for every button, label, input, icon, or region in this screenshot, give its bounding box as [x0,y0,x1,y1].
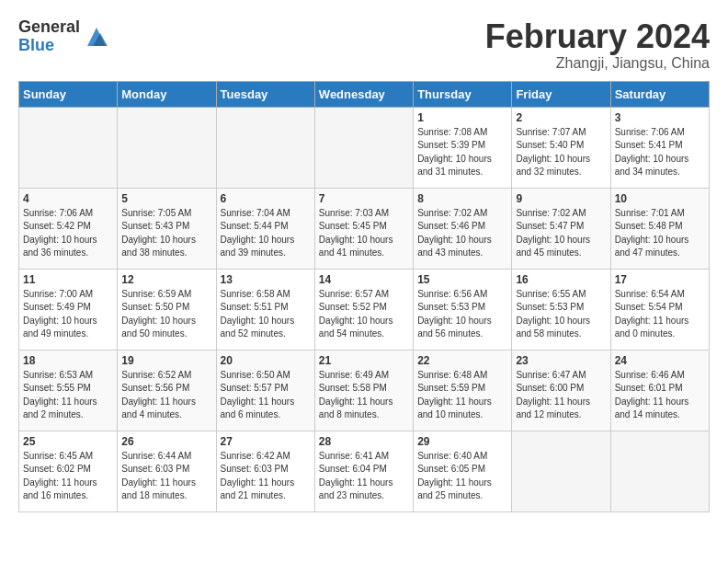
day-number: 27 [221,435,311,448]
calendar-week-row: 11Sunrise: 7:00 AMSunset: 5:49 PMDayligh… [19,269,710,350]
day-number: 23 [516,354,606,367]
cell-content: Sunrise: 7:08 AMSunset: 5:39 PMDaylight:… [417,126,507,179]
weekday-header: Tuesday [216,81,314,107]
day-number: 20 [221,354,311,367]
calendar-cell: 20Sunrise: 6:50 AMSunset: 5:57 PMDayligh… [216,350,314,431]
calendar-cell: 18Sunrise: 6:53 AMSunset: 5:55 PMDayligh… [19,350,118,431]
calendar-week-row: 4Sunrise: 7:06 AMSunset: 5:42 PMDaylight… [19,188,710,269]
calendar-cell: 26Sunrise: 6:44 AMSunset: 6:03 PMDayligh… [118,431,216,511]
calendar-week-row: 18Sunrise: 6:53 AMSunset: 5:55 PMDayligh… [19,350,710,431]
cell-content: Sunrise: 6:54 AMSunset: 5:54 PMDaylight:… [615,288,705,341]
weekday-header: Friday [512,81,610,107]
logo-general-text: General [18,18,80,37]
calendar-cell: 8Sunrise: 7:02 AMSunset: 5:46 PMDaylight… [414,188,512,269]
cell-content: Sunrise: 7:02 AMSunset: 5:46 PMDaylight:… [417,207,507,260]
weekday-header: Saturday [610,81,709,107]
calendar-cell: 17Sunrise: 6:54 AMSunset: 5:54 PMDayligh… [610,269,709,350]
day-number: 1 [417,111,507,124]
day-number: 14 [319,273,409,286]
calendar-cell: 23Sunrise: 6:47 AMSunset: 6:00 PMDayligh… [512,350,610,431]
day-number: 7 [319,192,409,205]
logo-blue-text: Blue [18,37,80,55]
cell-content: Sunrise: 6:52 AMSunset: 5:56 PMDaylight:… [121,369,211,422]
calendar-cell [19,107,118,188]
calendar-cell: 29Sunrise: 6:40 AMSunset: 6:05 PMDayligh… [414,431,512,511]
calendar-cell: 7Sunrise: 7:03 AMSunset: 5:45 PMDaylight… [314,188,413,269]
cell-content: Sunrise: 6:45 AMSunset: 6:02 PMDaylight:… [23,450,113,503]
cell-content: Sunrise: 6:48 AMSunset: 5:59 PMDaylight:… [417,369,507,422]
cell-content: Sunrise: 6:58 AMSunset: 5:51 PMDaylight:… [221,288,311,341]
cell-content: Sunrise: 6:41 AMSunset: 6:04 PMDaylight:… [319,450,409,503]
day-number: 8 [417,192,507,205]
day-number: 9 [516,192,606,205]
weekday-header: Monday [118,81,216,107]
cell-content: Sunrise: 6:57 AMSunset: 5:52 PMDaylight:… [319,288,409,341]
weekday-header: Sunday [19,81,118,107]
calendar-cell: 4Sunrise: 7:06 AMSunset: 5:42 PMDaylight… [19,188,118,269]
day-number: 19 [121,354,211,367]
weekday-header: Thursday [414,81,512,107]
calendar-cell: 28Sunrise: 6:41 AMSunset: 6:04 PMDayligh… [314,431,413,511]
calendar-cell: 12Sunrise: 6:59 AMSunset: 5:50 PMDayligh… [118,269,216,350]
day-number: 11 [23,273,113,286]
cell-content: Sunrise: 7:03 AMSunset: 5:45 PMDaylight:… [319,207,409,260]
calendar-week-row: 25Sunrise: 6:45 AMSunset: 6:02 PMDayligh… [19,431,710,511]
cell-content: Sunrise: 6:59 AMSunset: 5:50 PMDaylight:… [121,288,211,341]
cell-content: Sunrise: 7:02 AMSunset: 5:47 PMDaylight:… [516,207,606,260]
day-number: 29 [417,435,507,448]
cell-content: Sunrise: 6:47 AMSunset: 6:00 PMDaylight:… [516,369,606,422]
weekday-header-row: SundayMondayTuesdayWednesdayThursdayFrid… [19,81,710,107]
cell-content: Sunrise: 7:06 AMSunset: 5:42 PMDaylight:… [23,207,113,260]
day-number: 12 [121,273,211,286]
cell-content: Sunrise: 6:42 AMSunset: 6:03 PMDaylight:… [221,450,311,503]
calendar-title: February 2024 [485,18,710,55]
calendar-cell: 2Sunrise: 7:07 AMSunset: 5:40 PMDaylight… [512,107,610,188]
calendar-cell: 13Sunrise: 6:58 AMSunset: 5:51 PMDayligh… [216,269,314,350]
title-block: February 2024 Zhangji, Jiangsu, China [485,18,710,72]
calendar-cell: 25Sunrise: 6:45 AMSunset: 6:02 PMDayligh… [19,431,118,511]
page-header: General Blue February 2024 Zhangji, Jian… [18,18,710,72]
logo: General Blue [18,18,109,55]
weekday-header: Wednesday [314,81,413,107]
day-number: 17 [615,273,705,286]
day-number: 21 [319,354,409,367]
cell-content: Sunrise: 7:00 AMSunset: 5:49 PMDaylight:… [23,288,113,341]
day-number: 25 [23,435,113,448]
calendar-cell: 6Sunrise: 7:04 AMSunset: 5:44 PMDaylight… [216,188,314,269]
calendar-cell: 19Sunrise: 6:52 AMSunset: 5:56 PMDayligh… [118,350,216,431]
calendar-cell [216,107,314,188]
cell-content: Sunrise: 7:05 AMSunset: 5:43 PMDaylight:… [121,207,211,260]
logo-text: General Blue [18,18,80,55]
calendar-cell: 22Sunrise: 6:48 AMSunset: 5:59 PMDayligh… [414,350,512,431]
calendar-cell: 16Sunrise: 6:55 AMSunset: 5:53 PMDayligh… [512,269,610,350]
calendar-cell: 11Sunrise: 7:00 AMSunset: 5:49 PMDayligh… [19,269,118,350]
calendar-cell [118,107,216,188]
calendar-cell: 24Sunrise: 6:46 AMSunset: 6:01 PMDayligh… [610,350,709,431]
day-number: 4 [23,192,113,205]
calendar-cell [610,431,709,511]
cell-content: Sunrise: 7:07 AMSunset: 5:40 PMDaylight:… [516,126,606,179]
cell-content: Sunrise: 6:44 AMSunset: 6:03 PMDaylight:… [121,450,211,503]
cell-content: Sunrise: 6:49 AMSunset: 5:58 PMDaylight:… [319,369,409,422]
day-number: 15 [417,273,507,286]
cell-content: Sunrise: 6:56 AMSunset: 5:53 PMDaylight:… [417,288,507,341]
day-number: 24 [615,354,705,367]
calendar-week-row: 1Sunrise: 7:08 AMSunset: 5:39 PMDaylight… [19,107,710,188]
calendar-cell: 1Sunrise: 7:08 AMSunset: 5:39 PMDaylight… [414,107,512,188]
day-number: 16 [516,273,606,286]
calendar-cell: 15Sunrise: 6:56 AMSunset: 5:53 PMDayligh… [414,269,512,350]
day-number: 26 [121,435,211,448]
cell-content: Sunrise: 7:04 AMSunset: 5:44 PMDaylight:… [221,207,311,260]
cell-content: Sunrise: 6:46 AMSunset: 6:01 PMDaylight:… [615,369,705,422]
logo-icon [84,24,109,50]
calendar-subtitle: Zhangji, Jiangsu, China [485,55,710,72]
calendar-cell: 14Sunrise: 6:57 AMSunset: 5:52 PMDayligh… [314,269,413,350]
cell-content: Sunrise: 6:50 AMSunset: 5:57 PMDaylight:… [221,369,311,422]
calendar-cell: 3Sunrise: 7:06 AMSunset: 5:41 PMDaylight… [610,107,709,188]
day-number: 28 [319,435,409,448]
day-number: 6 [221,192,311,205]
calendar-cell: 27Sunrise: 6:42 AMSunset: 6:03 PMDayligh… [216,431,314,511]
calendar-cell [512,431,610,511]
day-number: 18 [23,354,113,367]
day-number: 22 [417,354,507,367]
